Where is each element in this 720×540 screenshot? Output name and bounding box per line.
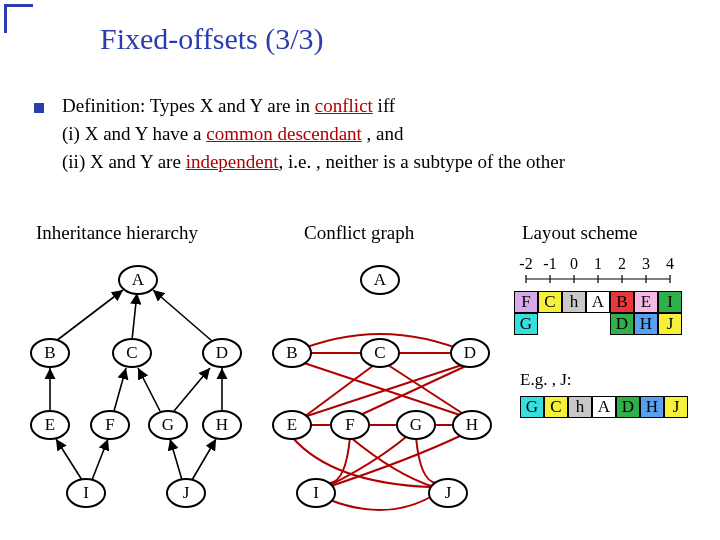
cnode-D: D xyxy=(464,343,476,362)
layout-cell: E xyxy=(634,291,658,313)
node-A: A xyxy=(132,270,145,289)
axis-n1: -1 xyxy=(538,255,562,273)
cnode-I: I xyxy=(313,483,319,502)
defn-1a: Definition: Types X and Y are in xyxy=(62,95,315,116)
node-H: H xyxy=(216,415,228,434)
axis-2: 2 xyxy=(610,255,634,273)
layout-cell: F xyxy=(514,291,538,313)
section-conflict: Conflict graph xyxy=(304,222,414,244)
svg-line-2 xyxy=(132,293,137,340)
cnode-C: C xyxy=(374,343,385,362)
section-inheritance: Inheritance hierarchy xyxy=(36,222,198,244)
node-D: D xyxy=(216,343,228,362)
cnode-E: E xyxy=(287,415,297,434)
example-cells: GChADHJ xyxy=(520,396,688,418)
layout-cell: A xyxy=(586,291,610,313)
section-layout: Layout scheme xyxy=(522,222,638,244)
layout-cell: G xyxy=(514,313,538,335)
defn-3a: (ii) X and Y are xyxy=(62,151,186,172)
cnode-J: J xyxy=(445,483,452,502)
cnode-G: G xyxy=(410,415,422,434)
svg-line-9 xyxy=(56,439,82,480)
svg-line-3 xyxy=(153,290,212,341)
layout-cell: G xyxy=(520,396,544,418)
definition-text: Definition: Types X and Y are in conflic… xyxy=(62,92,565,176)
svg-line-10 xyxy=(92,439,108,480)
svg-line-16 xyxy=(304,365,374,417)
inheritance-graph: A B C D E F G H I J xyxy=(20,255,270,535)
axis-ticks xyxy=(514,275,694,287)
cnode-F: F xyxy=(345,415,354,434)
layout-cell xyxy=(538,313,562,335)
conflict-graph: A B C D E F G H I J xyxy=(272,255,502,535)
layout-cell xyxy=(586,313,610,335)
defn-1b: iff xyxy=(373,95,395,116)
node-G: G xyxy=(162,415,174,434)
svg-line-19 xyxy=(356,365,468,417)
axis-0: 0 xyxy=(562,255,586,273)
svg-line-15 xyxy=(298,361,466,417)
bullet-icon xyxy=(34,103,44,113)
layout-cell: J xyxy=(658,313,682,335)
layout-cell: A xyxy=(592,396,616,418)
cnode-H: H xyxy=(466,415,478,434)
axis-n2: -2 xyxy=(514,255,538,273)
layout-row2: GDHJ xyxy=(514,313,682,339)
node-I: I xyxy=(83,483,89,502)
layout-row1: FChABEI xyxy=(514,291,682,313)
defn-3-red: independent xyxy=(186,151,279,172)
node-C: C xyxy=(126,343,137,362)
layout-cell: C xyxy=(538,291,562,313)
defn-2-red: common descendant xyxy=(206,123,362,144)
svg-line-11 xyxy=(170,439,182,480)
slide-title: Fixed-offsets (3/3) xyxy=(100,22,324,56)
layout-cell: H xyxy=(634,313,658,335)
layout-cell: H xyxy=(640,396,664,418)
svg-line-7 xyxy=(174,368,210,411)
corner-decoration xyxy=(4,4,33,33)
layout-cell: J xyxy=(664,396,688,418)
svg-line-6 xyxy=(138,368,160,411)
defn-2b: , and xyxy=(362,123,404,144)
defn-3b: , i.e. , neither is a subtype of the oth… xyxy=(278,151,565,172)
svg-line-12 xyxy=(192,439,216,480)
layout-cell xyxy=(562,313,586,335)
defn-2a: (i) X and Y have a xyxy=(62,123,206,144)
layout-cell: B xyxy=(610,291,634,313)
layout-cell: h xyxy=(562,291,586,313)
layout-cell: D xyxy=(616,396,640,418)
svg-line-5 xyxy=(114,368,126,411)
layout-cell: C xyxy=(544,396,568,418)
node-E: E xyxy=(45,415,55,434)
node-F: F xyxy=(105,415,114,434)
svg-line-17 xyxy=(388,365,468,417)
layout-cell: h xyxy=(568,396,592,418)
axis-3: 3 xyxy=(634,255,658,273)
cnode-B: B xyxy=(286,343,297,362)
axis-1: 1 xyxy=(586,255,610,273)
layout-cell: D xyxy=(610,313,634,335)
node-J: J xyxy=(183,483,190,502)
defn-1-red: conflict xyxy=(315,95,373,116)
svg-line-1 xyxy=(56,290,123,341)
node-B: B xyxy=(44,343,55,362)
axis-4: 4 xyxy=(658,255,682,273)
cnode-A: A xyxy=(374,270,387,289)
example-label: E.g. , J: xyxy=(520,370,571,390)
layout-cell: I xyxy=(658,291,682,313)
